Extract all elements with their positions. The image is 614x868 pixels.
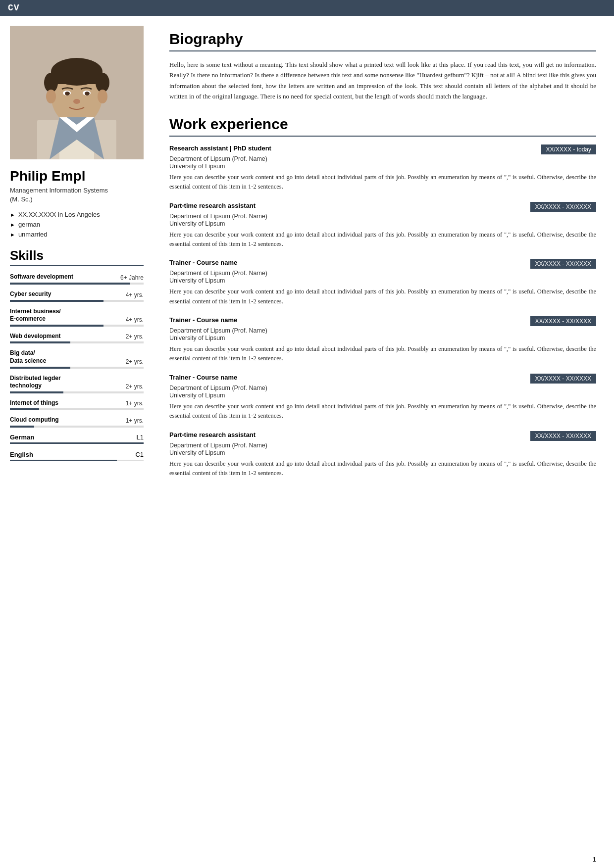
skill-years: 4+ yrs. bbox=[126, 316, 144, 323]
bullet-arrow-icon: ► bbox=[10, 222, 15, 228]
skill-bar-fill bbox=[10, 391, 63, 393]
language-level: C1 bbox=[135, 451, 144, 458]
skill-item: Distributed legdertechnology 2+ yrs. bbox=[10, 375, 144, 393]
work-job-title: Research assistant | PhD student bbox=[169, 145, 271, 152]
language-bar-fill bbox=[10, 442, 144, 444]
work-experience-title: Work experience bbox=[169, 116, 596, 137]
svg-point-9 bbox=[46, 90, 56, 103]
skill-bar-bg bbox=[10, 408, 144, 410]
skill-item: Web development 2+ yrs. bbox=[10, 333, 144, 344]
work-entry: Research assistant | PhD student XX/XXXX… bbox=[169, 145, 596, 192]
svg-rect-6 bbox=[51, 72, 102, 84]
skill-years: 1+ yrs. bbox=[126, 417, 144, 424]
work-description: Here you can describe your work content … bbox=[169, 287, 596, 306]
skill-name: Big data/Data science bbox=[10, 349, 46, 365]
skill-bar-bg bbox=[10, 283, 144, 285]
work-org1: Department of Lipsum (Prof. Name) bbox=[169, 327, 596, 334]
work-job-title: Part-time research assistant bbox=[169, 431, 256, 438]
work-date-badge: XX/XXXX - today bbox=[541, 145, 596, 154]
work-date-badge: XX/XXXX - XX/XXXX bbox=[530, 431, 596, 441]
work-description: Here you can describe your work content … bbox=[169, 173, 596, 192]
biography-title: Biography bbox=[169, 31, 596, 51]
work-org1: Department of Lipsum (Prof. Name) bbox=[169, 155, 596, 162]
work-entry: Trainer - Course name XX/XXXX - XX/XXXX … bbox=[169, 374, 596, 421]
work-org2: University of Lipsum bbox=[169, 449, 596, 456]
skill-years: 2+ yrs. bbox=[126, 383, 144, 390]
header-bar: CV bbox=[0, 0, 614, 16]
work-org1: Department of Lipsum (Prof. Name) bbox=[169, 270, 596, 277]
skill-years: 6+ Jahre bbox=[120, 274, 144, 281]
work-org1: Department of Lipsum (Prof. Name) bbox=[169, 385, 596, 391]
work-job-title: Trainer - Course name bbox=[169, 259, 237, 266]
content-area: Biography Hello, here is some text witho… bbox=[154, 16, 614, 852]
language-bar-bg bbox=[10, 460, 144, 461]
skill-years: 1+ yrs. bbox=[126, 400, 144, 407]
skill-bar-fill bbox=[10, 325, 103, 327]
bullet-arrow-icon: ► bbox=[10, 212, 15, 218]
skill-name: Software development bbox=[10, 273, 73, 281]
skills-list: Software development 6+ Jahre Cyber secu… bbox=[10, 273, 144, 428]
language-name: English bbox=[10, 451, 33, 458]
skill-name: Cyber security bbox=[10, 290, 51, 298]
biography-text: Hello, here is some text without a meani… bbox=[169, 59, 596, 102]
skill-bar-fill bbox=[10, 300, 103, 302]
skill-bar-bg bbox=[10, 300, 144, 302]
svg-point-15 bbox=[73, 99, 80, 104]
language-bar-fill bbox=[10, 460, 117, 461]
skill-name: Distributed legdertechnology bbox=[10, 375, 61, 390]
skill-item: Software development 6+ Jahre bbox=[10, 273, 144, 285]
skill-bar-fill bbox=[10, 367, 70, 369]
skill-years: 2+ yrs. bbox=[126, 333, 144, 340]
skill-bar-fill bbox=[10, 408, 39, 410]
skill-name: Web development bbox=[10, 333, 60, 340]
page-number: 1 bbox=[0, 852, 614, 868]
skill-bar-bg bbox=[10, 426, 144, 428]
work-description: Here you can describe your work content … bbox=[169, 344, 596, 364]
skill-bar-bg bbox=[10, 367, 144, 369]
main-layout: Philip Empl Management Information Syste… bbox=[0, 16, 614, 852]
work-job-title: Trainer - Course name bbox=[169, 374, 237, 381]
profile-photo bbox=[10, 26, 144, 159]
skill-item: Big data/Data science 2+ yrs. bbox=[10, 349, 144, 368]
sidebar-name: Philip Empl bbox=[10, 168, 144, 184]
svg-point-10 bbox=[98, 90, 107, 103]
skill-item: Internet business/E-commerce 4+ yrs. bbox=[10, 308, 144, 327]
skill-item: Internet of things 1+ yrs. bbox=[10, 399, 144, 411]
work-org2: University of Lipsum bbox=[169, 163, 596, 170]
skill-years: 4+ yrs. bbox=[126, 291, 144, 298]
work-entry: Trainer - Course name XX/XXXX - XX/XXXX … bbox=[169, 259, 596, 306]
header-title: CV bbox=[8, 3, 20, 13]
language-name: German bbox=[10, 434, 34, 441]
skill-bar-fill bbox=[10, 283, 130, 285]
languages-list: German L1 English C1 bbox=[10, 434, 144, 461]
skill-item: Cloud computing 1+ yrs. bbox=[10, 416, 144, 428]
work-org1: Department of Lipsum (Prof. Name) bbox=[169, 213, 596, 220]
sidebar: Philip Empl Management Information Syste… bbox=[0, 16, 154, 852]
work-entries-list: Research assistant | PhD student XX/XXXX… bbox=[169, 145, 596, 479]
work-org2: University of Lipsum bbox=[169, 220, 596, 227]
work-entry: Trainer - Course name XX/XXXX - XX/XXXX … bbox=[169, 316, 596, 364]
work-org2: University of Lipsum bbox=[169, 277, 596, 284]
language-item: English C1 bbox=[10, 451, 144, 461]
list-item: ► german bbox=[10, 221, 144, 228]
work-org2: University of Lipsum bbox=[169, 335, 596, 341]
work-date-badge: XX/XXXX - XX/XXXX bbox=[530, 202, 596, 212]
skill-name: Internet of things bbox=[10, 399, 58, 407]
svg-point-14 bbox=[85, 92, 90, 96]
skill-years: 2+ yrs. bbox=[126, 358, 144, 365]
sidebar-bullets: ► XX.XX.XXXX in Los Angeles ► german ► u… bbox=[10, 211, 144, 238]
work-description: Here you can describe your work content … bbox=[169, 459, 596, 479]
work-org2: University of Lipsum bbox=[169, 392, 596, 399]
sidebar-title: Management Information Systems(M. Sc.) bbox=[10, 186, 144, 204]
list-item: ► unmarried bbox=[10, 231, 144, 238]
work-description: Here you can describe your work content … bbox=[169, 230, 596, 249]
language-item: German L1 bbox=[10, 434, 144, 444]
skill-bar-bg bbox=[10, 325, 144, 327]
work-job-title: Trainer - Course name bbox=[169, 316, 237, 324]
work-date-badge: XX/XXXX - XX/XXXX bbox=[530, 316, 596, 326]
work-date-badge: XX/XXXX - XX/XXXX bbox=[530, 374, 596, 384]
work-org1: Department of Lipsum (Prof. Name) bbox=[169, 442, 596, 449]
skill-bar-fill bbox=[10, 426, 34, 428]
work-entry: Part-time research assistant XX/XXXX - X… bbox=[169, 431, 596, 479]
work-date-badge: XX/XXXX - XX/XXXX bbox=[530, 259, 596, 269]
